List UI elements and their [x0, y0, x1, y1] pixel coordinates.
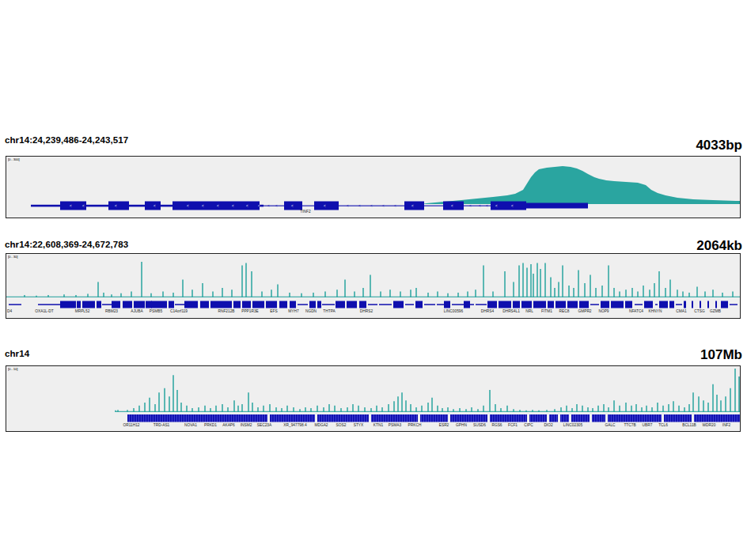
svg-text:<: <	[82, 204, 85, 208]
svg-text:<: <	[70, 204, 72, 208]
genome-browser-figure: chr14:24,239,486-24,243,517 4033bp <<<<<…	[0, 0, 747, 560]
svg-text:<: <	[267, 204, 270, 208]
scale-range-label: [0 - 300]	[8, 157, 20, 161]
svg-text:<: <	[217, 204, 219, 208]
svg-text:<: <	[202, 204, 204, 208]
svg-text:<: <	[324, 204, 326, 208]
coverage-gene-track-chromosome[interactable]	[6, 366, 740, 431]
svg-text:<: <	[411, 204, 414, 208]
region-label-top: chr14:24,239,486-24,243,517	[5, 135, 128, 145]
svg-text:<: <	[479, 204, 481, 208]
svg-text:<: <	[187, 204, 189, 208]
coverage-gene-track-region[interactable]	[6, 254, 740, 318]
region-label-chromosome: chr14	[5, 349, 29, 358]
track-panel-zoomed[interactable]: <<<<<<<<<<<<<<<<<<<<<<<<<<< [0 - 300] TI…	[6, 156, 741, 218]
svg-text:<: <	[347, 204, 349, 208]
svg-text:<: <	[451, 204, 453, 208]
svg-text:<: <	[154, 204, 156, 208]
span-label-chromosome: 107Mb	[700, 347, 742, 363]
scale-range-label: [0 - 10]	[8, 367, 17, 370]
coverage-gene-track-zoomed[interactable]: <<<<<<<<<<<<<<<<<<<<<<<<<<<	[6, 157, 740, 218]
svg-text:<: <	[394, 204, 396, 208]
region-label-mid: chr14:22,608,369-24,672,783	[5, 240, 128, 249]
scale-range-label: [0 - 30]	[8, 255, 17, 258]
svg-text:<: <	[335, 204, 337, 208]
svg-text:<: <	[115, 204, 117, 208]
svg-text:<: <	[486, 204, 488, 208]
svg-text:<: <	[382, 204, 385, 208]
svg-text:<: <	[275, 204, 278, 208]
svg-text:<: <	[232, 204, 234, 208]
track-panel-region[interactable]: [0 - 30] D4OXA1L-DTMRPL52RBM23AJUBAPSMB5…	[6, 253, 741, 319]
svg-text:<: <	[246, 204, 248, 208]
svg-text:<: <	[258, 204, 260, 208]
span-label-top: 4033bp	[696, 138, 742, 153]
svg-text:<: <	[370, 204, 373, 208]
svg-text:<: <	[495, 204, 498, 208]
svg-text:<: <	[358, 204, 361, 208]
svg-text:<: <	[469, 204, 472, 208]
svg-text:<: <	[511, 204, 514, 208]
span-label-mid: 2064kb	[696, 238, 742, 254]
svg-text:<: <	[291, 204, 294, 208]
track-panel-chromosome[interactable]: [0 - 10] OR11H12TRD-AS1NOVA1PRKD1AKAP6IN…	[6, 365, 741, 432]
